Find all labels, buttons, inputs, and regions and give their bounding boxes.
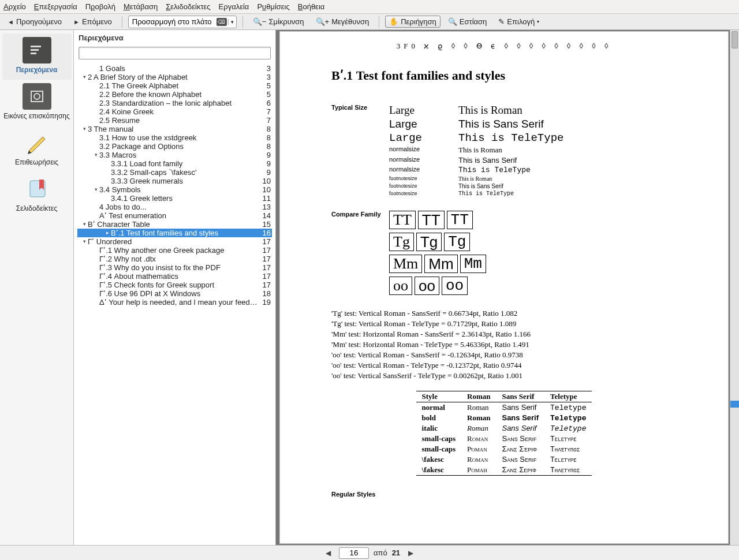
test-line: 'Tg' test: Vertical Roman - SansSerif = … [331, 309, 677, 318]
toc-row[interactable]: ▾Γʹ Unordered17 [77, 237, 272, 246]
toc-row[interactable]: Γʹ.5 Check fonts for Greek support17 [77, 281, 272, 289]
toc-row[interactable]: 2.2 Before the known Alphabet5 [77, 90, 272, 99]
size-label: normalsize [389, 145, 458, 155]
toc-title: Δʹ Your help is needed, and I mean your … [99, 298, 259, 307]
toc-row[interactable]: 4 Jobs to do...13 [77, 203, 272, 211]
toc-row[interactable]: Γʹ.3 Why do you insist to fix the PDF17 [77, 263, 272, 272]
test-line: 'oo' test: Vertical Roman - SansSerif = … [331, 350, 677, 360]
cell: Teletype [544, 434, 592, 444]
toc-row[interactable]: ▾3.4 Symbols10 [77, 185, 272, 194]
browse-button[interactable]: ✋Περιήγηση [385, 16, 441, 28]
page[interactable]: 3F0 ϰ ϱ ◊ ◊ ϴ ϵ ◊ ◊ ◊ ◊ ◊ ◊ ◊ ◊ ◊ Βʹ.1 T… [279, 31, 729, 544]
page-next-button[interactable]: ▶ [405, 549, 417, 557]
next-button[interactable]: ►Επόμενο [69, 16, 116, 28]
toc-row[interactable]: 3.3.2 Small-caps `\fakesc'9 [77, 168, 272, 177]
clear-icon[interactable]: ⌫ [217, 18, 227, 26]
menu-bookmarks[interactable]: Σελιδοδείκτες [166, 2, 210, 11]
menu-go[interactable]: Μετάβαση [124, 2, 158, 11]
expander-icon[interactable]: ▾ [92, 151, 99, 159]
cell: Roman [461, 454, 496, 465]
expander-icon[interactable]: ▾ [92, 185, 99, 194]
menu-edit[interactable]: Επεξεργασία [34, 2, 77, 11]
toc-row[interactable]: Γʹ.4 About mathematics17 [77, 272, 272, 281]
doc-area: 3F0 ϰ ϱ ◊ ◊ ϴ ϵ ◊ ◊ ◊ ◊ ◊ ◊ ◊ ◊ ◊ Βʹ.1 T… [276, 30, 739, 545]
toc-row[interactable]: 3.4.1 Greek letters11 [77, 194, 272, 203]
scroll-mark [730, 401, 739, 408]
zoom-in-button[interactable]: 🔍+Μεγέθυνση [312, 16, 374, 28]
menu-settings[interactable]: Ρυθμίσεις [257, 2, 289, 11]
expander-icon[interactable]: ▾ [81, 220, 88, 229]
toc-row[interactable]: 2.1 The Greek Alphabet5 [77, 81, 272, 90]
menu-help[interactable]: Βοήθεια [298, 2, 325, 11]
svg-rect-3 [31, 91, 43, 102]
scroll-thumb[interactable] [731, 31, 738, 48]
toc-row[interactable]: 3.2 Package and Options8 [77, 142, 272, 151]
toc-row[interactable]: 3.1 How to use the xstdgreek8 [77, 133, 272, 142]
regular-label: Regular Styles [331, 491, 389, 498]
toc-page: 16 [259, 229, 272, 237]
prev-button[interactable]: ◄Προηγούμενο [3, 16, 66, 28]
side-reviews[interactable]: Επιθεωρήσεις [2, 126, 72, 172]
expander-icon[interactable]: ▾ [81, 237, 88, 246]
toc-title: Γʹ.1 Why another one Greek package [99, 246, 259, 255]
sample-text: This is TeleType [458, 132, 677, 144]
zoom-combo-input[interactable] [129, 17, 215, 26]
toc-page: 8 [259, 142, 272, 151]
side-bookmarks[interactable]: Σελιδοδείκτες [2, 172, 72, 218]
side-contents[interactable]: Περιεχόμενα [2, 33, 72, 80]
test-line: 'Mm' test: Horizontal Roman - TeleType =… [331, 340, 677, 349]
cell: Teletype [544, 413, 592, 423]
cell: \fakesc [416, 454, 462, 465]
styles-table: StyleRomanSans SerifTeletype normalRoman… [416, 391, 592, 476]
expander-icon[interactable]: ▾ [81, 125, 88, 133]
cell: Ρόμαν [461, 444, 496, 454]
typical-label [331, 132, 389, 144]
page-prev-button[interactable]: ◀ [322, 549, 334, 557]
toc-row[interactable]: ▾3.3 Macros9 [77, 151, 272, 159]
size-label: normalsize [389, 156, 458, 165]
toc-row[interactable]: ▾3 The manual8 [77, 125, 272, 133]
chevron-down-icon[interactable]: ▾ [228, 19, 236, 25]
toc-row[interactable]: Γʹ.6 Use 96 DPI at X Windows18 [77, 289, 272, 298]
expander-icon[interactable]: ▸ [104, 229, 111, 237]
toc-row[interactable]: Γʹ.1 Why another one Greek package17 [77, 246, 272, 255]
toc-search-input[interactable] [79, 47, 271, 59]
toc-row[interactable]: ▾Βʹ Character Table15 [77, 220, 272, 229]
hand-icon: ✋ [389, 17, 398, 26]
toc-row[interactable]: Γʹ.2 Why not .dtx17 [77, 255, 272, 263]
toc-row[interactable]: 1 Goals3 [77, 64, 272, 73]
zoom-in-label: Μεγέθυνση [331, 17, 369, 26]
zoom-combo[interactable]: ⌫ ▾ [128, 16, 237, 28]
menu-view[interactable]: Προβολή [85, 2, 115, 11]
expander-icon[interactable]: ▾ [81, 73, 88, 81]
toc-row[interactable]: Αʹ Test enumeration14 [77, 211, 272, 220]
zoom-out-button[interactable]: 🔍−Σμίκρυνση [249, 16, 308, 28]
toc-row[interactable]: Δʹ Your help is needed, and I mean your … [77, 298, 272, 307]
compare-row: oooooo [389, 277, 486, 295]
cell: Ροман [461, 465, 496, 476]
sample-text: This is Sans Serif [458, 183, 677, 189]
page-input[interactable] [339, 547, 369, 559]
toc-row[interactable]: 2.5 Resume7 [77, 116, 272, 125]
toc-row[interactable]: 3.3.3 Greek numerals10 [77, 177, 272, 185]
toc-page: 7 [259, 107, 272, 116]
menu-tools[interactable]: Εργαλεία [219, 2, 249, 11]
size-label: footnotesize [389, 176, 458, 182]
menu-file[interactable]: Αρχείο [3, 2, 26, 11]
toc-row[interactable]: 2.3 Standardization – the Ionic alphabet… [77, 99, 272, 107]
toc-page: 3 [259, 73, 272, 81]
side-thumbnails[interactable]: Εικόνες επισκόπησης [2, 80, 72, 126]
toc-row[interactable]: ▾2 A Brief Story of the Alphabet3 [77, 73, 272, 81]
toc-title: 3.3.3 Greek numerals [111, 177, 259, 185]
separator [242, 16, 243, 28]
toc-row[interactable]: 2.4 Koine Greek7 [77, 107, 272, 116]
cell: italic [416, 423, 462, 434]
select-button[interactable]: ✎Επιλογή▾ [494, 16, 543, 28]
compare-box: Tg [389, 233, 414, 251]
cell: Teletype [544, 454, 592, 465]
toc-row[interactable]: 3.3.1 Load font family9 [77, 159, 272, 168]
toc-row[interactable]: ▸Βʹ.1 Test font families and styles16 [77, 229, 272, 237]
focus-button[interactable]: 🔍Εστίαση [444, 16, 491, 28]
scrollbar[interactable] [730, 30, 739, 545]
toc-tree[interactable]: 1 Goals3▾2 A Brief Story of the Alphabet… [74, 63, 275, 545]
